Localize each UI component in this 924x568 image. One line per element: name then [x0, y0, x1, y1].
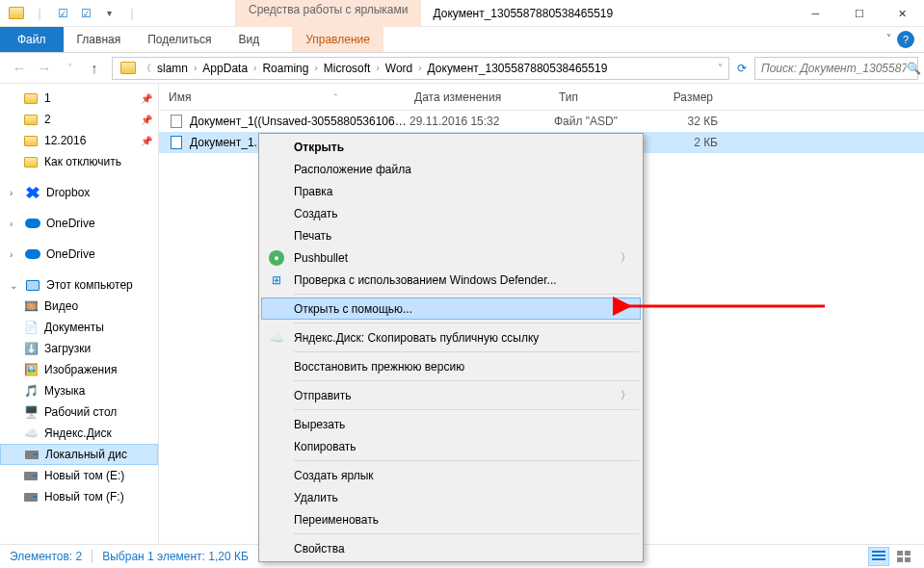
file-tab[interactable]: Файл — [0, 27, 64, 52]
bc-dropdown[interactable]: ˅ — [716, 63, 725, 73]
file-row[interactable]: Документ_1((Unsaved-305588053610638... 2… — [159, 111, 924, 132]
breadcrumb[interactable]: 《 slamn› AppData› Roaming› Microsoft› Wo… — [112, 57, 729, 80]
sidebar-item-images[interactable]: 🖼️Изображения — [0, 359, 158, 380]
cm-edit[interactable]: Правка — [261, 180, 641, 202]
help-icon[interactable]: ? — [897, 31, 914, 48]
refresh-icon[interactable]: ⟳ — [733, 62, 751, 75]
close-button[interactable]: ✕ — [881, 0, 924, 27]
view-large-icon[interactable] — [893, 547, 914, 566]
video-icon: 🎞️ — [23, 298, 39, 314]
bc-item[interactable]: Microsoft — [320, 62, 375, 75]
svg-rect-4 — [897, 551, 903, 555]
bc-item[interactable]: Документ_1305587880538465519 — [424, 62, 612, 75]
cm-pushbullet[interactable]: ●Pushbullet〉 — [261, 246, 641, 269]
pushbullet-icon: ● — [269, 250, 284, 266]
sidebar-item[interactable]: 12.2016📌 — [0, 130, 158, 151]
context-menu: Открыть Расположение файла Правка Создат… — [258, 133, 644, 562]
sidebar-item-drive-e[interactable]: Новый том (E:) — [0, 465, 158, 486]
bc-item[interactable]: Word — [382, 62, 416, 75]
sidebar-item-video[interactable]: 🎞️Видео — [0, 296, 158, 317]
cm-copy[interactable]: Копировать — [261, 435, 641, 457]
svg-rect-2 — [872, 555, 885, 556]
bc-sep[interactable]: 《 — [140, 62, 153, 75]
file-size: 32 КБ — [650, 115, 727, 128]
history-dropdown[interactable]: ˅ — [60, 59, 79, 78]
cm-separator — [294, 533, 639, 534]
cm-yadisk[interactable]: ☁️Яндекс.Диск: Скопировать публичную ссы… — [261, 326, 641, 349]
yadisk-icon: ☁️ — [23, 426, 39, 441]
svg-rect-1 — [872, 551, 885, 553]
up-button[interactable]: ↑ — [85, 59, 104, 78]
cm-cut[interactable]: Вырезать — [261, 413, 641, 435]
bc-folder-icon[interactable] — [117, 62, 140, 74]
bc-item[interactable]: Roaming — [258, 62, 312, 75]
sidebar-onedrive[interactable]: ›OneDrive — [0, 244, 158, 265]
status-selection: Выбран 1 элемент: 1,20 КБ — [102, 550, 249, 563]
desktop-icon: 🖥️ — [23, 404, 39, 420]
col-size[interactable]: Размер — [646, 90, 723, 104]
ribbon-expand-icon[interactable]: ˅ — [886, 33, 891, 43]
sidebar-onedrive[interactable]: ›OneDrive — [0, 213, 158, 234]
drive-icon — [23, 468, 39, 483]
cm-delete[interactable]: Удалить — [261, 486, 641, 508]
cm-restore[interactable]: Восстановить прежнюю версию — [261, 355, 641, 377]
maximize-button[interactable]: ☐ — [837, 0, 881, 27]
bc-item[interactable]: slamn — [153, 62, 192, 75]
sidebar-item[interactable]: 2📌 — [0, 109, 158, 130]
view-details-icon[interactable] — [868, 547, 889, 566]
sidebar-item-downloads[interactable]: ⬇️Загрузки — [0, 338, 158, 359]
tab-manage[interactable]: Управление — [292, 27, 383, 52]
nav-bar: ← → ˅ ↑ 《 slamn› AppData› Roaming› Micro… — [0, 53, 924, 84]
cm-open-with[interactable]: Открыть с помощью... — [261, 297, 641, 320]
sidebar-item-drive-f[interactable]: Новый том (F:) — [0, 486, 158, 507]
back-button[interactable]: ← — [10, 59, 29, 78]
col-name[interactable]: Имяˆ — [159, 90, 405, 104]
cm-separator — [294, 294, 639, 295]
sidebar-item-yadisk[interactable]: ☁️Яндекс.Диск — [0, 423, 158, 444]
sidebar-item-localdisk[interactable]: Локальный дис — [0, 444, 158, 465]
qa-sep2: | — [121, 3, 143, 24]
cm-create[interactable]: Создать — [261, 202, 641, 224]
ribbon: Файл Главная Поделиться Вид Управление ˅… — [0, 27, 924, 53]
search-box[interactable]: 🔍 — [754, 57, 918, 80]
chevron-right-icon: 〉 — [620, 388, 631, 402]
file-name: Документ_1((Unsaved-305588053610638... — [190, 115, 409, 128]
file-size: 2 КБ — [650, 136, 727, 149]
search-icon[interactable]: 🔍 — [907, 62, 921, 75]
cm-location[interactable]: Расположение файла — [261, 158, 641, 180]
cm-shortcut[interactable]: Создать ярлык — [261, 464, 641, 486]
tab-view[interactable]: Вид — [224, 27, 273, 52]
qa-checkbox2[interactable]: ☑ — [75, 3, 96, 24]
bc-item[interactable]: AppData — [198, 62, 251, 75]
sidebar-item[interactable]: 1📌 — [0, 88, 158, 109]
sidebar-dropbox[interactable]: ›Dropbox — [0, 182, 158, 203]
sidebar-item-music[interactable]: 🎵Музыка — [0, 380, 158, 401]
cm-defender[interactable]: ⊞Проверка с использованием Windows Defen… — [261, 269, 641, 291]
svg-rect-6 — [897, 557, 903, 562]
cm-separator — [294, 409, 639, 410]
cm-open[interactable]: Открыть — [261, 136, 641, 158]
cm-print[interactable]: Печать — [261, 224, 641, 246]
cm-separator — [294, 460, 639, 461]
sort-indicator-icon: ˆ — [334, 92, 337, 102]
search-input[interactable] — [761, 62, 907, 75]
col-type[interactable]: Тип — [549, 90, 646, 104]
cm-send-to[interactable]: Отправить〉 — [261, 384, 641, 406]
sidebar-item-desktop[interactable]: 🖥️Рабочий стол — [0, 401, 158, 423]
sidebar-item-docs[interactable]: 📄Документы — [0, 317, 158, 338]
cm-rename[interactable]: Переименовать — [261, 508, 641, 530]
qa-dropdown[interactable]: ▾ — [98, 3, 119, 24]
explorer-icon[interactable] — [6, 3, 27, 24]
title-bar: | ☑ ☑ ▾ | Средства работы с ярлыками Док… — [0, 0, 924, 27]
col-date[interactable]: Дата изменения — [405, 90, 549, 104]
qa-checkbox1[interactable]: ☑ — [52, 3, 73, 24]
images-icon: 🖼️ — [23, 362, 39, 377]
status-count: Элементов: 2 — [10, 550, 82, 563]
sidebar-item[interactable]: Как отключить — [0, 151, 158, 172]
sidebar-thispc[interactable]: ⌄Этот компьютер — [0, 274, 158, 296]
tab-home[interactable]: Главная — [64, 27, 135, 52]
forward-button[interactable]: → — [35, 59, 54, 78]
cm-properties[interactable]: Свойства — [261, 537, 641, 559]
minimize-button[interactable]: ─ — [794, 0, 837, 27]
tab-share[interactable]: Поделиться — [134, 27, 224, 52]
